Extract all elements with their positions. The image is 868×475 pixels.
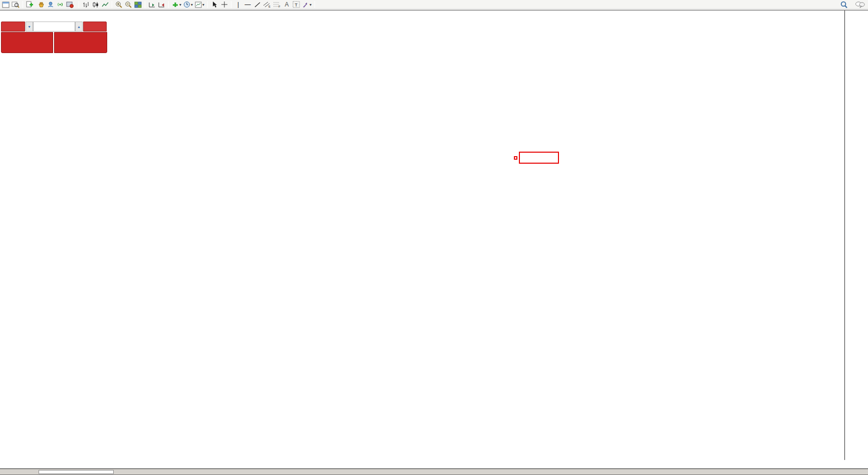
toolbar-group-scroll	[147, 0, 166, 10]
styles-bucket-icon[interactable]	[37, 1, 46, 9]
toolbar-separator	[207, 1, 208, 8]
volume-increase-button[interactable]: ▲	[75, 22, 83, 32]
zoom-out-icon[interactable]	[124, 1, 133, 9]
mql5-community-icon[interactable]	[46, 1, 56, 9]
text-label-icon[interactable]: T	[292, 1, 301, 9]
volume-spinner: ▼ ▲	[26, 22, 83, 32]
sell-price-block[interactable]	[1, 32, 53, 53]
volume-input[interactable]	[33, 22, 75, 32]
indicators-icon[interactable]: ▾	[171, 1, 182, 9]
signals-icon[interactable]	[56, 1, 65, 9]
equidistant-channel-icon[interactable]: E	[262, 1, 272, 9]
buy-button[interactable]	[83, 22, 107, 32]
toolbar-separator	[145, 1, 145, 8]
toolbar-separator	[315, 1, 315, 8]
main-toolbar: ▾ ▾ ▾ | — E F A T ▾	[0, 0, 868, 10]
date-axis	[0, 460, 868, 469]
vertical-line-icon[interactable]: |	[233, 1, 243, 9]
cursor-icon[interactable]	[210, 1, 219, 9]
price-axis	[844, 11, 868, 460]
dropdown-caret-icon: ▾	[202, 3, 204, 7]
mt4-trading-app: ▾ ▾ ▾ | — E F A T ▾	[0, 0, 868, 475]
tile-windows-icon[interactable]	[133, 1, 143, 9]
new-chart-window-icon[interactable]	[1, 1, 11, 9]
strategy-tester-icon[interactable]	[11, 1, 21, 9]
fibonacci-icon[interactable]: F	[272, 1, 282, 9]
toolbar-group-windows	[1, 0, 21, 10]
templates-icon[interactable]: ▾	[194, 1, 205, 9]
callout-anchor-square	[514, 156, 517, 160]
chat-icon[interactable]	[854, 1, 866, 9]
toolbar-separator	[23, 1, 23, 8]
line-chart-icon[interactable]	[100, 1, 110, 9]
dropdown-caret-icon: ▾	[310, 3, 312, 7]
macd-indicator-label	[2, 303, 3, 309]
chart-shift-icon[interactable]	[147, 1, 157, 9]
svg-text:E: E	[268, 5, 270, 8]
bottom-status-strip	[0, 468, 868, 475]
buy-price-block[interactable]	[54, 32, 107, 53]
rsi-indicator-label	[2, 388, 3, 394]
svg-text:T: T	[295, 3, 298, 8]
toolbar-separator	[231, 1, 231, 8]
auto-scroll-icon[interactable]	[157, 1, 166, 9]
candlestick-chart-icon[interactable]	[91, 1, 100, 9]
search-icon[interactable]	[839, 1, 849, 9]
status-inset-box	[39, 470, 114, 474]
dropdown-caret-icon: ▾	[191, 3, 193, 7]
toolbar-group-zoom	[114, 0, 143, 10]
horizontal-line-icon[interactable]: —	[243, 1, 252, 9]
toolbar-separator	[112, 1, 112, 8]
toolbar-right-group	[839, 0, 866, 10]
trendline-icon[interactable]	[252, 1, 262, 9]
arrows-objects-icon[interactable]: ▾	[301, 1, 313, 9]
one-click-trading-panel: ▼ ▲	[1, 22, 107, 53]
price-chart-canvas[interactable]	[0, 11, 844, 460]
toolbar-group-chart-type	[81, 0, 110, 10]
volume-decrease-button[interactable]: ▼	[26, 22, 33, 32]
toolbar-group-objects: | — E F A T ▾	[233, 0, 313, 10]
sell-button[interactable]	[1, 22, 25, 32]
chart-window: ▼ ▲	[0, 10, 868, 468]
zoom-in-icon[interactable]	[114, 1, 124, 9]
toolbar-group-trading	[25, 0, 77, 10]
dropdown-caret-icon: ▾	[179, 3, 181, 7]
bar-chart-icon[interactable]	[81, 1, 91, 9]
svg-text:F: F	[278, 5, 280, 8]
toolbar-group-indicators: ▾ ▾ ▾	[171, 0, 205, 10]
periods-clock-icon[interactable]: ▾	[182, 1, 194, 9]
auto-trading-icon[interactable]	[65, 1, 75, 9]
new-order-icon[interactable]	[25, 1, 35, 9]
toolbar-separator	[168, 1, 169, 8]
price-callout-box[interactable]	[519, 152, 559, 164]
toolbar-separator	[79, 1, 79, 8]
text-icon[interactable]: A	[282, 1, 292, 9]
chart-symbol-header	[3, 14, 9, 21]
crosshair-icon[interactable]	[219, 1, 229, 9]
toolbar-group-cursor	[210, 0, 229, 10]
